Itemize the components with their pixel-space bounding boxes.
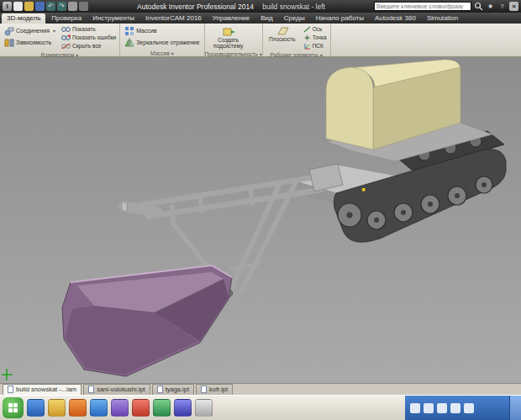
document-icon (88, 386, 94, 393)
tab-3d-model[interactable]: 3D-модель (2, 13, 45, 24)
relationships-right-column: Показать Показать ошибки (61, 25, 117, 50)
favorites-star-icon[interactable]: ★ (486, 2, 495, 11)
doctab-sani-volokushi[interactable]: sani-volokushi.ipt (83, 384, 150, 395)
hide-all-button[interactable]: Скрыть все (61, 42, 117, 50)
constrain-label: Зависимость (16, 39, 51, 45)
pattern-panel-label-text: Массив (150, 50, 170, 56)
ucs-button[interactable]: ПСК (303, 42, 328, 50)
plane-icon (276, 26, 289, 36)
tab-manage[interactable]: Управление (208, 13, 255, 24)
windows-taskbar (0, 395, 521, 420)
panel-work-features: Плоскость Ось (263, 24, 331, 56)
redo-icon[interactable]: ↷ (57, 2, 66, 11)
taskbar-app-icon-1[interactable] (27, 399, 45, 417)
tab-inspect[interactable]: Проверка (46, 13, 87, 24)
mirror-icon (124, 38, 134, 48)
tab-environments[interactable]: Среды (279, 13, 310, 24)
tab-get-started[interactable]: Начало работы (311, 13, 369, 24)
print-icon[interactable] (68, 2, 77, 11)
window-close-button[interactable]: × (509, 2, 518, 11)
pattern-button[interactable]: Массив (123, 25, 201, 36)
canopy-front[interactable] (326, 67, 373, 150)
start-button[interactable] (3, 397, 24, 418)
panel-work-features-body: Плоскость Ось (263, 24, 330, 51)
glasses-hide-icon (61, 43, 71, 50)
create-substitute-label: Создать подсистему (208, 37, 250, 49)
point-label: Точка (313, 34, 327, 40)
panel-relationships: Соединения ▾ Зависимость (0, 24, 120, 56)
create-substitute-button[interactable]: Создать подсистему (208, 25, 250, 49)
joint-label: Соединения (16, 28, 50, 34)
taskbar-app-icon-9[interactable] (195, 399, 213, 417)
panel-pattern: Массив Зеркальное отражение Массив▾ (120, 24, 204, 56)
save-icon[interactable] (35, 2, 45, 11)
undo-icon[interactable]: ↶ (46, 2, 55, 11)
work-plane-button[interactable]: Плоскость (266, 25, 299, 42)
work-axis-button[interactable]: Ось (303, 25, 328, 33)
tray-icon-5[interactable] (464, 403, 474, 413)
glasses-icon (61, 26, 71, 33)
tab-inventorcam[interactable]: InventorCAM 2016 (140, 13, 207, 24)
viewport[interactable] (0, 57, 521, 383)
doctab-kofr[interactable]: kofr.ipt (196, 384, 233, 395)
joint-dropdown-arrow[interactable]: ▾ (53, 28, 55, 34)
doctab-tyaga[interactable]: tyaga.ipt (152, 384, 194, 395)
taskbar-app-icon-6[interactable] (132, 399, 150, 417)
panel-relationships-body: Соединения ▾ Зависимость (0, 24, 119, 51)
show-errors-label: Показать ошибки (72, 34, 116, 40)
doctab-assembly[interactable]: build snowskat -...iam (3, 384, 82, 395)
pattern-label: Массив (136, 28, 156, 34)
help-icon[interactable]: ? (497, 2, 507, 11)
mirror-button[interactable]: Зеркальное отражение (123, 37, 201, 48)
viewport-3d-canvas[interactable] (0, 57, 521, 383)
taskbar-app-icon-2[interactable] (48, 399, 66, 417)
work-features-column: Ось Точка (303, 25, 328, 50)
info-center: ★ ? × (374, 2, 518, 11)
panel-productivity: Создать подсистему Производительность▾ (205, 24, 263, 56)
joint-button[interactable]: Соединения ▾ (3, 25, 57, 36)
axis-icon (303, 26, 311, 33)
tab-view[interactable]: Вид (255, 13, 277, 24)
ucs-icon (303, 43, 311, 50)
application-window: I ↶ ↷ Autodesk Inventor Professional 201… (0, 0, 521, 420)
work-point-button[interactable]: Точка (303, 34, 328, 41)
application-menu-button[interactable]: I (3, 2, 12, 11)
point-icon (303, 34, 311, 41)
constrain-button[interactable]: Зависимость (3, 37, 57, 48)
tab-simulation[interactable]: Simulation (422, 13, 463, 24)
show-relationships-button[interactable]: Показать (61, 25, 117, 33)
hide-all-label: Скрыть все (72, 43, 101, 49)
taskbar-app-icon-3[interactable] (69, 399, 87, 417)
pattern-column: Массив Зеркальное отражение (123, 25, 201, 48)
tray-icon-3[interactable] (437, 403, 447, 413)
mirror-label: Зеркальное отражение (136, 39, 199, 45)
tab-autodesk-360[interactable]: Autodesk 360 (370, 13, 421, 24)
substitute-icon (222, 26, 235, 37)
taskbar-app-icon-8[interactable] (174, 399, 192, 417)
plane-label: Плоскость (269, 36, 296, 42)
constrain-icon (4, 38, 14, 48)
open-file-icon[interactable] (24, 2, 34, 11)
tray-icon-1[interactable] (410, 403, 420, 413)
relationships-left-column: Соединения ▾ Зависимость (3, 25, 57, 48)
show-desktop-button[interactable] (509, 396, 521, 420)
doctab-tyaga-label: tyaga.ipt (166, 386, 189, 393)
document-tab-bar: build snowskat -...iam sani-volokushi.ip… (0, 383, 521, 395)
tab-tools[interactable]: Инструменты (87, 13, 139, 24)
ucs-label: ПСК (313, 43, 324, 49)
title-bar: I ↶ ↷ Autodesk Inventor Professional 201… (0, 0, 521, 13)
tray-icon-2[interactable] (424, 403, 434, 413)
doctab-assembly-label: build snowskat -...iam (16, 386, 76, 393)
taskbar-app-icon-4[interactable] (90, 399, 108, 417)
search-input[interactable] (374, 2, 471, 11)
show-errors-button[interactable]: Показать ошибки (61, 34, 117, 41)
document-title: build snowskat - left (262, 3, 325, 11)
tray-icon-4[interactable] (450, 403, 460, 413)
windows-logo-icon (8, 403, 18, 412)
search-icon[interactable] (474, 2, 483, 11)
taskbar-app-icon-7[interactable] (153, 399, 171, 417)
ribbon-empty-area (331, 24, 521, 56)
taskbar-app-icon-5[interactable] (111, 399, 129, 417)
material-dropdown-icon[interactable] (79, 2, 88, 11)
new-file-icon[interactable] (13, 2, 23, 11)
